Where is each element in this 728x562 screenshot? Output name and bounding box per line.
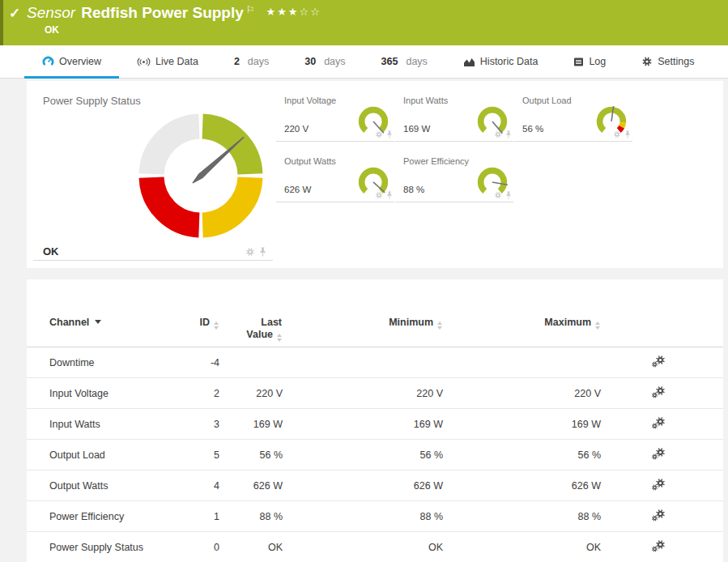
pin-icon[interactable] (624, 130, 631, 138)
table-row: Input Voltage2220 V220 V220 V (27, 378, 723, 409)
gear-icon[interactable] (613, 130, 621, 138)
channel-maximum: 220 V (443, 378, 601, 409)
channel-maximum: OK (443, 532, 601, 562)
gauge-title: Power Efficiency (403, 156, 469, 166)
prtg-sensor-overview-page: ✓ SensorRedfish Power Supply⚐★★★☆☆ OK Ov… (0, 0, 728, 562)
gear-icon[interactable] (494, 191, 502, 199)
table-row: Output Load556 %56 %56 % (27, 440, 723, 470)
gauge-title: Output Watts (284, 156, 336, 166)
sort-icon (437, 321, 442, 330)
table-row: Input Watts3169 W169 W169 W (27, 409, 723, 440)
tab-number: 30 (304, 56, 316, 67)
tab-log[interactable]: Log (556, 45, 624, 78)
channel-last-value: 169 W (219, 409, 283, 440)
channel-minimum: 626 W (283, 470, 443, 501)
channel-last-value (219, 347, 283, 378)
gauge-title: Output Load (522, 96, 572, 105)
gauge-title: Power Supply Status (43, 95, 141, 107)
channel-settings-icon[interactable] (651, 385, 666, 398)
tab-2-days[interactable]: 2days (216, 45, 287, 78)
channel-minimum: 88 % (283, 501, 443, 532)
pin-icon[interactable] (386, 191, 393, 199)
chevron-down-icon (95, 320, 101, 324)
channel-table: ChannelIDLastValueMinimumMaximum Downtim… (27, 279, 723, 562)
tab-suffix: days (324, 56, 345, 67)
mini-gauge-tile: Input Voltage220 V (276, 92, 394, 142)
tab-bar: Overview Live Data2days30days365days His… (0, 45, 728, 79)
tab-label: Log (589, 56, 606, 67)
tab-historic-data[interactable]: Historic Data (445, 45, 556, 78)
header-edge (0, 0, 3, 45)
channel-settings-icon[interactable] (651, 509, 666, 522)
channel-last-value: 88 % (219, 501, 283, 532)
channel-maximum: 169 W (443, 409, 601, 440)
sort-icon (595, 321, 600, 330)
gauge-value: 626 W (284, 185, 311, 194)
mini-gauge-tile: Input Watts169 W (395, 92, 513, 142)
pin-icon[interactable] (505, 130, 512, 138)
channel-name: Downtime (27, 347, 189, 378)
status-check-icon: ✓ (9, 5, 20, 22)
tab-overview[interactable]: Overview (24, 45, 119, 78)
gauge-title: Input Watts (403, 96, 448, 105)
overview-panel: Power Supply Status OK Input Voltage220 … (27, 81, 723, 268)
column-header-id[interactable]: ID (189, 279, 219, 347)
tile-actions (245, 247, 266, 257)
tab-live-data[interactable]: Live Data (119, 45, 216, 78)
channel-name: Power Efficiency (27, 501, 189, 532)
gear-icon[interactable] (245, 247, 255, 257)
table-row: Power Efficiency188 %88 %88 % (27, 501, 723, 532)
channel-settings-icon[interactable] (651, 355, 666, 368)
table-row: Output Watts4626 W626 W626 W (27, 470, 723, 501)
channel-last-value: OK (219, 532, 283, 562)
column-header-actions (601, 279, 723, 347)
flag-icon[interactable]: ⚐ (246, 4, 255, 15)
mini-gauge-tile: Output Watts626 W (276, 152, 394, 202)
gauge-value: 169 W (403, 124, 430, 134)
column-header-channel[interactable]: Channel (27, 279, 189, 347)
tab-suffix: days (248, 56, 269, 67)
channel-settings-icon[interactable] (651, 478, 666, 491)
historic-icon (463, 57, 475, 67)
sensor-status-text: OK (45, 24, 321, 36)
tab-settings[interactable]: Settings (624, 45, 712, 78)
column-header-max[interactable]: Maximum (443, 279, 601, 347)
tab-label: Live Data (155, 56, 198, 67)
channel-name: Input Voltage (27, 378, 189, 409)
pin-icon[interactable] (505, 191, 512, 199)
column-header-min[interactable]: Minimum (283, 279, 443, 347)
pin-icon[interactable] (386, 130, 393, 138)
gauge-title: Input Voltage (284, 96, 336, 105)
mini-gauge-tile: Power Efficiency88 % (395, 152, 513, 202)
pin-icon[interactable] (259, 247, 266, 257)
tab-label: Historic Data (480, 56, 539, 67)
gear-icon[interactable] (375, 191, 383, 199)
channel-id: 2 (189, 378, 219, 409)
channel-id: 3 (189, 409, 219, 440)
channel-minimum: 56 % (283, 440, 443, 470)
status-gauge (134, 109, 267, 242)
channel-minimum (283, 347, 443, 378)
live-icon (137, 57, 151, 67)
tab-number: 365 (381, 56, 398, 67)
channel-settings-icon[interactable] (651, 447, 666, 460)
log-icon (573, 57, 584, 67)
gear-icon[interactable] (375, 130, 383, 138)
channel-maximum (443, 347, 601, 378)
tab-30-days[interactable]: 30days (287, 45, 363, 78)
channel-settings-icon[interactable] (651, 416, 666, 429)
channel-id: 1 (189, 501, 219, 532)
table-row: Power Supply Status0OKOKOK (27, 532, 723, 562)
sort-icon (214, 321, 219, 330)
gear-icon[interactable] (494, 130, 502, 138)
channel-name: Output Load (27, 440, 189, 470)
priority-stars[interactable]: ★★★☆☆ (266, 6, 321, 18)
channel-settings-icon[interactable] (651, 539, 666, 552)
tab-label: Settings (658, 56, 694, 67)
channel-id: -4 (189, 347, 219, 378)
mini-gauge-tile: Output Load56 % (514, 92, 632, 142)
column-header-last[interactable]: LastValue (219, 279, 283, 347)
channel-minimum: 169 W (283, 409, 443, 440)
object-kind-label: Sensor (27, 4, 75, 21)
tab-365-days[interactable]: 365days (364, 45, 445, 78)
